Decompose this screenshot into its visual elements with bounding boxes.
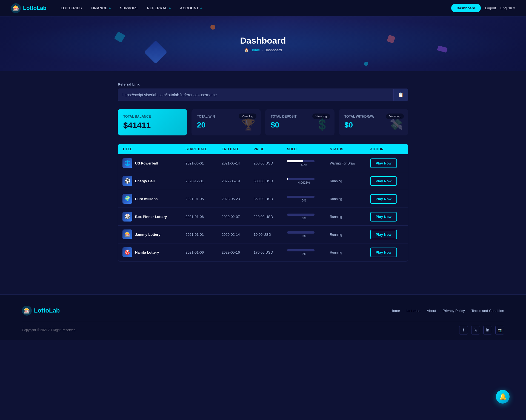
progress-bar-bg-1 xyxy=(287,178,315,180)
progress-bar-bg-5 xyxy=(287,249,315,251)
logo-icon: 🎰 xyxy=(11,3,21,13)
footer-nav-terms-and-condition[interactable]: Terms and Condition xyxy=(471,309,504,313)
status-badge-4: Running xyxy=(330,233,342,237)
referral-section: Referral Link 📋 xyxy=(118,82,408,101)
lottery-icon-1: ⚽ xyxy=(122,176,132,186)
cell-end-3: 2029-02-07 xyxy=(217,208,249,226)
cell-title-3: 🎲 Box Pinner Lottery xyxy=(118,208,181,226)
svg-text:🎰: 🎰 xyxy=(24,307,30,314)
social-icons: f𝕏in📷 xyxy=(459,326,504,334)
total-balance-label: Total Balance xyxy=(123,115,182,118)
progress-bar-fill-0 xyxy=(287,160,303,162)
cell-title-2: 🌍 Euro millions xyxy=(118,190,181,208)
cell-status-5: Running xyxy=(325,243,366,261)
cell-status-4: Running xyxy=(325,226,366,243)
navbar: 🎰 LottoLab LOTTERIES FINANCE + SUPPORT R… xyxy=(0,0,526,16)
referral-plus-icon: + xyxy=(168,6,171,11)
th-start-date: START DATE xyxy=(181,144,217,154)
cell-sold-3: 0% xyxy=(283,208,325,226)
footer-main: 🎰 LottoLab HomeLotteriesAboutPrivacy Pol… xyxy=(22,306,504,316)
progress-label-1: 4.0625% xyxy=(287,181,321,184)
play-now-button-3[interactable]: Play Now xyxy=(370,212,397,222)
nav-referral[interactable]: REFERRAL + xyxy=(144,4,175,13)
dashboard-button[interactable]: Dashboard xyxy=(451,4,481,12)
referral-input[interactable] xyxy=(118,89,393,101)
th-title: TITLE xyxy=(118,144,181,154)
cell-start-4: 2021-01-01 xyxy=(181,226,217,243)
breadcrumb-home[interactable]: Home xyxy=(250,48,260,52)
twitter-icon[interactable]: 𝕏 xyxy=(471,326,480,334)
copyright-text: Copyright © 2021 All Right Reserved xyxy=(22,328,76,332)
footer-nav-privacy-policy[interactable]: Privacy Policy xyxy=(443,309,465,313)
logout-link[interactable]: Logout xyxy=(485,6,496,10)
progress-label-5: 0% xyxy=(287,252,321,256)
account-plus-icon: + xyxy=(200,6,203,11)
total-balance-value: $41411 xyxy=(123,121,182,130)
lottery-name-5: Namta Lottery xyxy=(135,250,159,254)
deposit-icon: 💲 xyxy=(315,118,329,131)
footer-nav: HomeLotteriesAboutPrivacy PolicyTerms an… xyxy=(390,309,504,313)
referral-input-wrap: 📋 xyxy=(118,89,408,101)
lottery-icon-5: 🎯 xyxy=(122,247,132,257)
facebook-icon[interactable]: f xyxy=(459,326,468,334)
referral-copy-button[interactable]: 📋 xyxy=(393,89,408,101)
main-content: Referral Link 📋 Total Balance $41411 Vie… xyxy=(112,71,414,273)
progress-bar-fill-1 xyxy=(287,178,288,180)
logo-text: LottoLab xyxy=(23,5,47,11)
cell-sold-1: 4.0625% xyxy=(283,172,325,190)
footer-nav-about[interactable]: About xyxy=(427,309,436,313)
hero-shape-2 xyxy=(114,32,125,43)
cell-status-3: Running xyxy=(325,208,366,226)
hero-shape-4 xyxy=(437,46,447,53)
nav-finance[interactable]: FINANCE + xyxy=(87,4,115,13)
progress-label-3: 0% xyxy=(287,217,321,220)
status-badge-2: Running xyxy=(330,197,342,201)
play-now-button-4[interactable]: Play Now xyxy=(370,230,397,239)
nav-links: LOTTERIES FINANCE + SUPPORT REFERRAL + A… xyxy=(58,4,451,13)
lottery-icon-2: 🌍 xyxy=(122,194,132,204)
nav-lotteries[interactable]: LOTTERIES xyxy=(58,4,85,12)
table-row: 🎯 Namta Lottery 2021-01-06 2029-05-16 17… xyxy=(118,243,408,261)
breadcrumb-current: Dashboard xyxy=(264,48,282,52)
hero-section: Dashboard 🏠 Home - Dashboard xyxy=(0,16,526,71)
total-deposit-card: View log Total Deposit $0 💲 xyxy=(265,109,335,135)
play-now-button-1[interactable]: Play Now xyxy=(370,176,397,186)
nav-account[interactable]: ACCOUNT + xyxy=(177,4,206,13)
footer-nav-home[interactable]: Home xyxy=(390,309,400,313)
footer-nav-lotteries[interactable]: Lotteries xyxy=(407,309,420,313)
lottery-name-4: Jammy Lottery xyxy=(135,232,160,237)
progress-label-4: 0% xyxy=(287,234,321,238)
lottery-table-wrap: TITLE START DATE END DATE PRICE SOLD STA… xyxy=(118,144,408,262)
linkedin-icon[interactable]: in xyxy=(483,326,492,334)
play-now-button-5[interactable]: Play Now xyxy=(370,248,397,257)
lottery-icon-3: 🎲 xyxy=(122,212,132,222)
cell-start-5: 2021-01-06 xyxy=(181,243,217,261)
language-selector[interactable]: English ▾ xyxy=(500,6,515,10)
play-now-button-2[interactable]: Play Now xyxy=(370,194,397,204)
lottery-icon-0: 🌐 xyxy=(122,158,132,168)
cell-price-0: 260.00 USD xyxy=(249,154,283,172)
instagram-icon[interactable]: 📷 xyxy=(495,326,504,334)
total-win-card: View log Total Win 20 🏆 xyxy=(191,109,261,135)
th-price: PRICE xyxy=(249,144,283,154)
lottery-table: TITLE START DATE END DATE PRICE SOLD STA… xyxy=(118,144,408,261)
cell-price-4: 10.00 USD xyxy=(249,226,283,243)
th-end-date: END DATE xyxy=(217,144,249,154)
footer-logo-icon: 🎰 xyxy=(22,306,32,316)
home-icon: 🏠 xyxy=(244,48,249,52)
logo[interactable]: 🎰 LottoLab xyxy=(11,3,47,13)
cell-title-5: 🎯 Namta Lottery xyxy=(118,243,181,261)
cell-end-4: 2029-02-14 xyxy=(217,226,249,243)
play-now-button-0[interactable]: Play Now xyxy=(370,158,397,168)
progress-label-2: 0% xyxy=(287,199,321,202)
th-status: STATUS xyxy=(325,144,366,154)
withdraw-icon: 💸 xyxy=(389,118,403,131)
progress-bar-bg-4 xyxy=(287,231,315,234)
cell-end-5: 2029-05-16 xyxy=(217,243,249,261)
table-row: 🎰 Jammy Lottery 2021-01-01 2029-02-14 10… xyxy=(118,226,408,243)
nav-support[interactable]: SUPPORT xyxy=(117,4,141,12)
table-header: TITLE START DATE END DATE PRICE SOLD STA… xyxy=(118,144,408,154)
table-row: 🎲 Box Pinner Lottery 2021-01-06 2029-02-… xyxy=(118,208,408,226)
status-badge-5: Running xyxy=(330,251,342,254)
cell-end-2: 2028-05-23 xyxy=(217,190,249,208)
